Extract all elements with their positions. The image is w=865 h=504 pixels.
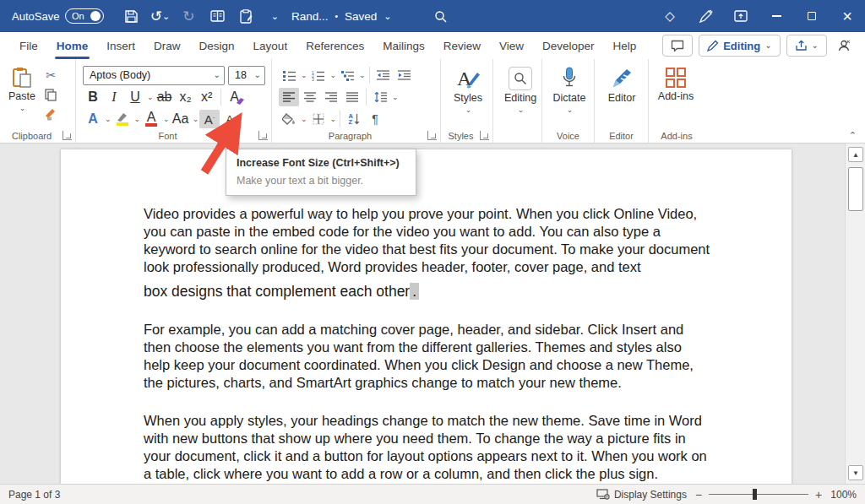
tab-layout[interactable]: Layout — [244, 32, 297, 59]
search-icon[interactable] — [431, 7, 451, 27]
change-case-chevron-icon[interactable]: ⌄ — [193, 115, 199, 123]
quick-access-toolbar: ↺⌄ ↻ ⌄ — [122, 8, 283, 24]
font-name-select[interactable]: Aptos (Body) ⌄ — [83, 66, 225, 85]
editing-mode-dropdown[interactable]: Editing ⌄ — [699, 35, 780, 57]
styles-dialog-launcher[interactable] — [480, 131, 489, 140]
pen-sparkle-icon[interactable] — [688, 0, 723, 32]
paste-label: Paste — [8, 90, 35, 102]
paragraph-dialog-launcher[interactable] — [427, 131, 437, 140]
display-settings-button[interactable]: Display Settings — [596, 489, 687, 501]
clipboard-edit-icon[interactable] — [237, 8, 254, 24]
clear-formatting-button[interactable]: A — [225, 88, 245, 106]
scroll-down-icon[interactable]: ▼ — [848, 465, 863, 480]
font-color-chevron-icon[interactable]: ⌄ — [163, 115, 170, 123]
bold-button[interactable]: B — [83, 88, 103, 106]
save-icon[interactable] — [122, 8, 139, 24]
align-left-button[interactable] — [279, 88, 299, 106]
tab-file[interactable]: File — [10, 32, 47, 59]
comments-button[interactable] — [662, 35, 693, 57]
qat-overflow-icon[interactable]: ⌄ — [266, 8, 283, 24]
zoom-out-button[interactable]: − — [695, 488, 702, 501]
undo-icon[interactable]: ↺⌄ — [151, 8, 168, 24]
shading-chevron-icon[interactable]: ⌄ — [301, 115, 307, 123]
shading-button[interactable] — [279, 110, 299, 128]
tab-help[interactable]: Help — [604, 32, 646, 59]
editor-button[interactable]: Editor — [598, 64, 645, 104]
justify-button[interactable] — [342, 88, 362, 106]
zoom-track[interactable] — [709, 494, 808, 495]
font-size-select[interactable]: 18 ⌄ — [228, 66, 265, 85]
copy-button[interactable] — [41, 85, 61, 104]
increase-font-size-button[interactable]: Aˆ — [199, 110, 220, 128]
bullets-button[interactable] — [279, 66, 299, 84]
cut-button[interactable]: ✂ — [41, 66, 61, 84]
increase-indent-button[interactable] — [394, 66, 415, 84]
autosave-toggle[interactable]: On — [65, 8, 104, 24]
borders-chevron-icon[interactable]: ⌄ — [330, 115, 337, 123]
decrease-font-size-button[interactable]: Aˇ — [220, 110, 241, 128]
tab-draw[interactable]: Draw — [144, 32, 190, 59]
change-case-button[interactable]: Aa — [171, 110, 191, 128]
underline-chevron-icon[interactable]: ⌄ — [147, 93, 154, 101]
close-button[interactable]: × — [830, 0, 865, 32]
multilevel-list-button[interactable] — [337, 66, 357, 84]
subscript-button[interactable]: x₂ — [176, 88, 196, 106]
zoom-in-button[interactable]: + — [815, 488, 822, 501]
tab-design[interactable]: Design — [190, 32, 244, 59]
minimize-button[interactable] — [759, 0, 794, 32]
maximize-button[interactable] — [794, 0, 830, 32]
premium-diamond-icon[interactable]: ◇ — [652, 0, 688, 32]
tab-home[interactable]: Home — [47, 32, 98, 59]
zoom-thumb[interactable] — [753, 489, 757, 500]
document-page[interactable]: Video provides a powerful way to help yo… — [61, 149, 792, 484]
tab-developer[interactable]: Developer — [533, 32, 604, 59]
bullets-chevron-icon[interactable]: ⌄ — [301, 71, 307, 79]
superscript-button[interactable]: x² — [197, 88, 217, 106]
font-color-button[interactable]: A — [141, 110, 161, 128]
strikethrough-button[interactable]: ab — [155, 88, 175, 106]
scroll-up-icon[interactable]: ▲ — [848, 147, 863, 162]
tab-view[interactable]: View — [490, 32, 533, 59]
find-icon — [514, 72, 527, 85]
decrease-indent-button[interactable] — [373, 66, 394, 84]
paste-button[interactable]: Paste ⌄ — [3, 64, 41, 127]
scrollbar-thumb[interactable] — [848, 167, 863, 211]
multilevel-chevron-icon[interactable]: ⌄ — [359, 71, 366, 79]
clipboard-dialog-launcher[interactable] — [63, 131, 72, 140]
editing-dropdown-button[interactable]: Editing ⌄ — [497, 64, 544, 114]
addins-button[interactable]: Add-ins — [652, 64, 699, 102]
tab-insert[interactable]: Insert — [97, 32, 144, 59]
collapse-ribbon-icon[interactable]: ⌃ — [849, 130, 857, 141]
text-effects-button[interactable]: A — [83, 110, 103, 128]
italic-button[interactable]: I — [104, 88, 124, 106]
share-button[interactable]: ⌄ — [786, 35, 827, 57]
styles-button[interactable]: A Styles ⌄ — [444, 64, 492, 114]
underline-button[interactable]: U — [125, 88, 145, 106]
vertical-scrollbar[interactable]: ▲ ▼ — [845, 144, 865, 484]
font-dialog-launcher[interactable] — [258, 131, 268, 140]
sort-button[interactable]: A Z — [344, 110, 364, 128]
format-painter-button[interactable] — [41, 105, 61, 123]
tab-references[interactable]: References — [296, 32, 373, 59]
dictate-button[interactable]: Dictate ⌄ — [546, 64, 593, 114]
line-spacing-button[interactable] — [370, 88, 390, 106]
presence-people-icon[interactable] — [833, 39, 858, 52]
align-center-button[interactable] — [300, 88, 320, 106]
numbering-button[interactable]: 123 — [308, 66, 329, 84]
highlight-button[interactable] — [112, 110, 133, 128]
text-effects-chevron-icon[interactable]: ⌄ — [105, 115, 112, 123]
document-title-area[interactable]: Rand... • Saved ⌄ — [291, 0, 392, 32]
ribbon-display-options-icon[interactable] — [723, 0, 759, 32]
read-mode-icon[interactable] — [209, 8, 226, 24]
highlight-chevron-icon[interactable]: ⌄ — [134, 115, 141, 123]
line-spacing-chevron-icon[interactable]: ⌄ — [392, 93, 399, 101]
align-right-button[interactable] — [321, 88, 341, 106]
tab-mailings[interactable]: Mailings — [373, 32, 434, 59]
numbering-chevron-icon[interactable]: ⌄ — [330, 71, 337, 79]
zoom-level[interactable]: 100% — [830, 489, 857, 501]
selected-text[interactable]: . — [410, 283, 419, 300]
page-status[interactable]: Page 1 of 3 — [8, 489, 60, 501]
tab-review[interactable]: Review — [434, 32, 490, 59]
show-hide-formatting-button[interactable]: ¶ — [365, 110, 385, 128]
borders-button[interactable] — [308, 110, 329, 128]
